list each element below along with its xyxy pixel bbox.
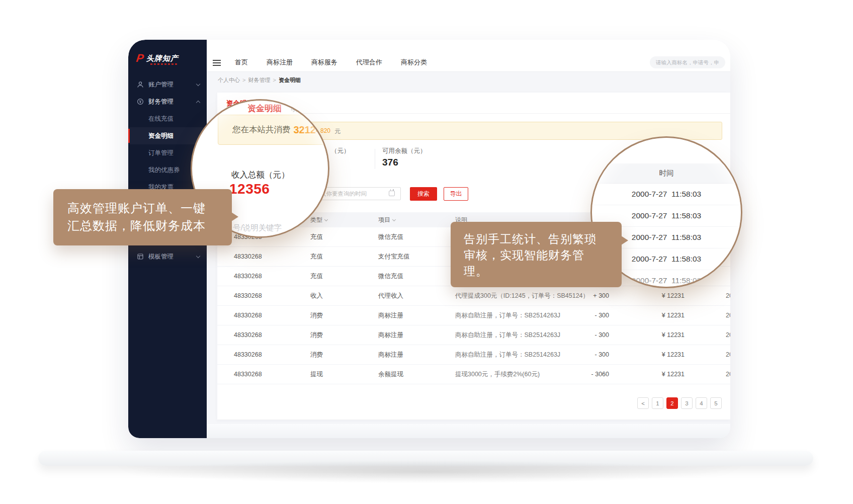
laptop-mockup: P 头牌知产 账户管理 财务管理 <box>0 0 853 504</box>
table-row: 48330268 消费 商标注册 商标自助注册，订单号：SB2514263J -… <box>217 306 730 325</box>
cell-time: 2000-7-27 11:58:03 <box>726 325 730 345</box>
cell-amount: + 300 <box>593 286 609 306</box>
magnified-income-label: 收入总额（元） <box>231 170 290 181</box>
notice-amount: 820 <box>320 127 330 134</box>
cell-balance: ¥ 12231 <box>662 286 685 306</box>
cell-order: 48330268 <box>234 286 262 306</box>
cell-item: 代理收入 <box>378 286 403 306</box>
cell-amount: - 3060 <box>591 365 609 384</box>
notice-unit: 元 <box>334 127 340 136</box>
sidebar-item-label: 我的优惠券 <box>148 166 180 175</box>
nav-item-trademark-category[interactable]: 商标分类 <box>401 58 427 67</box>
pagination-page-5[interactable]: 5 <box>710 397 722 409</box>
sidebar-item-finance[interactable]: 财务管理 <box>128 93 207 110</box>
calendar-icon[interactable] <box>389 191 395 196</box>
sidebar-item-fund-detail[interactable]: 资金明细 <box>128 127 207 144</box>
pagination-page-2[interactable]: 2 <box>666 397 678 409</box>
magnified-notice-prefix: 您在本站共消费 <box>232 124 291 135</box>
cell-time: 2000-7-27 11:58:03 <box>726 365 730 384</box>
nav-item-home[interactable]: 首页 <box>235 58 248 67</box>
pagination-page-4[interactable]: 4 <box>696 397 707 409</box>
stat-divider <box>375 149 375 169</box>
stat-expense-label: （元） <box>331 147 350 155</box>
search-button[interactable]: 搜索 <box>410 187 437 201</box>
sidebar-item-label: 模板管理 <box>148 253 174 261</box>
logo[interactable]: P 头牌知产 <box>136 53 179 64</box>
chevron-down-icon <box>196 254 200 258</box>
magnified-tab-label: 资金明细 <box>247 103 282 114</box>
cell-item: 余额提现 <box>378 365 403 384</box>
hamburger-menu-icon[interactable] <box>213 60 221 66</box>
logo-title: 头牌知产 <box>146 54 179 63</box>
cell-time: 2000-7-27 11:58:03 <box>726 306 730 325</box>
breadcrumb-current: 资金明细 <box>279 77 301 83</box>
cell-order: 48330268 <box>234 345 262 365</box>
cell-order: 48330268 <box>234 247 262 267</box>
chevron-up-icon <box>196 100 200 104</box>
nav-item-trademark-register[interactable]: 商标注册 <box>267 58 293 67</box>
stat-balance-value: 376 <box>382 157 398 168</box>
breadcrumb-section[interactable]: 财务管理 <box>248 77 270 83</box>
breadcrumb: 个人中心>财务管理>资金明细 <box>218 76 301 84</box>
user-icon <box>137 81 144 88</box>
cell-item: 商标注册 <box>378 325 403 345</box>
cell-item: 微信充值 <box>378 267 403 286</box>
sidebar-item-templates[interactable]: 模板管理 <box>128 248 207 265</box>
pagination-page-3[interactable]: 3 <box>681 397 693 409</box>
cell-desc: 商标自助注册，订单号：SB2514263J <box>455 306 560 325</box>
cell-desc: 提现3000元，手续费2%(60元) <box>455 365 540 384</box>
table-row: 48330268 消费 商标注册 商标自助注册，订单号：SB2514263J -… <box>217 325 730 345</box>
cell-desc: 商标自助注册，订单号：SB2514263J <box>455 345 560 365</box>
stat-balance-label: 可用余额（元） <box>382 147 426 155</box>
cell-order: 48330268 <box>234 306 262 325</box>
cell-type: 收入 <box>310 286 323 306</box>
cell-balance: ¥ 12231 <box>662 365 685 384</box>
logo-icon: P <box>135 53 144 64</box>
sidebar-item-account[interactable]: 账户管理 <box>128 76 207 93</box>
cell-order: 48330268 <box>234 325 262 345</box>
sidebar-item-label: 在线充值 <box>148 115 174 123</box>
callout-right-line1: 告别手工统计、告别繁琐 <box>464 231 622 247</box>
pagination-prev-button[interactable]: < <box>637 397 649 409</box>
col-type-header[interactable]: 类型 <box>310 212 327 227</box>
cell-balance: ¥ 12231 <box>662 345 685 365</box>
magnified-time-row: 2000-7-27 11:58:03 <box>592 184 741 205</box>
callout-arrow-right-icon <box>621 236 628 245</box>
cell-balance: ¥ 12231 <box>662 306 685 325</box>
cell-item: 商标注册 <box>378 306 403 325</box>
sidebar-item-label: 财务管理 <box>148 98 174 106</box>
cell-type: 消费 <box>310 306 323 325</box>
cell-time: 2000-7-27 11:58:03 <box>726 286 730 306</box>
callout-right-line3: 理。 <box>464 263 622 279</box>
cell-type: 提现 <box>310 365 323 384</box>
laptop-shadow <box>126 460 727 483</box>
cell-type: 充值 <box>310 267 323 286</box>
cell-amount: - 300 <box>595 345 610 365</box>
pagination-page-1[interactable]: 1 <box>652 397 663 409</box>
callout-left-line1: 高效管理账户订单、一键 <box>67 199 232 217</box>
finance-icon <box>137 98 144 105</box>
magnified-time-header: 时间 <box>592 163 741 184</box>
sidebar-item-online-recharge[interactable]: 在线充值 <box>128 110 207 127</box>
export-button[interactable]: 导出 <box>444 187 468 201</box>
page-footer <box>207 424 730 438</box>
cell-time: 2000-7-27 11:58:03 <box>726 345 730 365</box>
magnified-income-value: 12356 <box>229 181 270 197</box>
trademark-search-input[interactable] <box>650 56 725 68</box>
sidebar-item-label: 账户管理 <box>148 80 174 89</box>
nav-item-agent-cooperation[interactable]: 代理合作 <box>356 58 382 67</box>
cell-desc: 代理提成300元（ID:1245，订单号：SB45124） <box>455 286 589 306</box>
table-row: 48330268 收入 代理收入 代理提成300元（ID:1245，订单号：SB… <box>217 286 730 306</box>
cell-order: 48330268 <box>234 267 262 286</box>
callout-right: 告别手工统计、告别繁琐 审核，实现智能财务管 理。 <box>451 222 622 287</box>
cell-item: 微信充值 <box>378 227 403 247</box>
breadcrumb-home[interactable]: 个人中心 <box>218 77 240 83</box>
cell-type: 充值 <box>310 227 323 247</box>
top-navbar: 首页 商标注册 商标服务 代理合作 商标分类 <box>207 40 730 72</box>
nav-item-trademark-service[interactable]: 商标服务 <box>311 58 337 67</box>
cell-amount: - 300 <box>595 325 610 345</box>
col-item-header[interactable]: 项目 <box>378 212 395 227</box>
template-icon <box>137 253 144 260</box>
table-row: 48330268 消费 商标注册 商标自助注册，订单号：SB2514263J -… <box>217 345 730 365</box>
callout-left-line2: 汇总数据，降低财务成本 <box>67 217 232 234</box>
